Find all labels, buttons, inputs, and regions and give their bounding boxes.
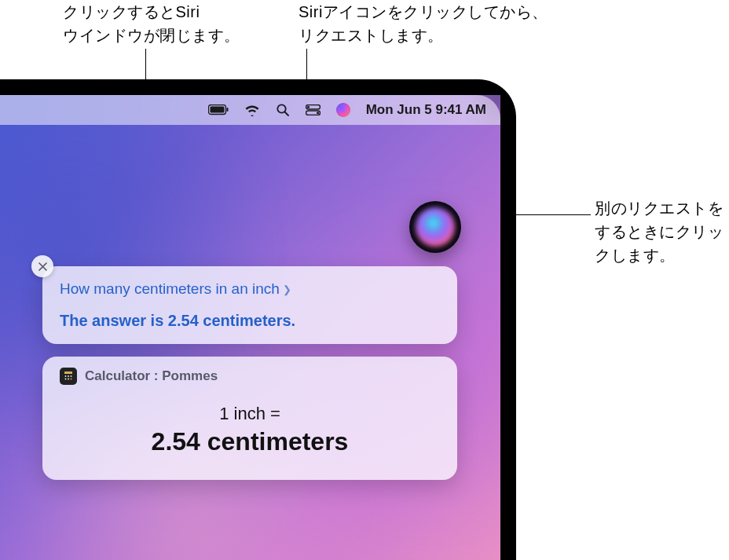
calculator-result: 1 inch = 2.54 centimeters <box>60 404 440 456</box>
wifi-icon[interactable] <box>244 104 260 116</box>
svg-point-8 <box>317 112 319 114</box>
svg-rect-9 <box>64 372 72 374</box>
chevron-right-icon: ❯ <box>283 284 291 295</box>
calculator-title: Calculator : Pommes <box>85 368 218 384</box>
calculator-card: Calculator : Pommes 1 inch = 2.54 centim… <box>42 357 457 480</box>
svg-point-6 <box>307 106 310 108</box>
callout-orb-note: 別のリクエストを するときにクリッ クします。 <box>595 196 724 267</box>
conversion-to-text: 2.54 centimeters <box>60 427 440 456</box>
svg-point-12 <box>71 375 72 377</box>
siri-query-link[interactable]: How many centimeters in an inch ❯ <box>60 280 440 298</box>
siri-orb-button[interactable] <box>409 201 461 253</box>
svg-rect-1 <box>210 107 224 113</box>
menu-bar: Mon Jun 5 9:41 AM <box>0 95 500 125</box>
svg-line-4 <box>284 112 288 116</box>
conversion-from-text: 1 inch = <box>60 404 440 424</box>
mac-device-frame: Mon Jun 5 9:41 AM How many centimeters i… <box>0 79 516 560</box>
svg-point-11 <box>68 375 69 377</box>
svg-point-10 <box>65 375 67 377</box>
siri-query-text: How many centimeters in an inch <box>60 280 280 298</box>
callout-close-note: クリックするとSiri ウインドウが閉じます。 <box>63 0 240 47</box>
spotlight-search-icon[interactable] <box>276 103 290 117</box>
siri-answer-card: How many centimeters in an inch ❯ The an… <box>42 266 457 344</box>
svg-point-15 <box>71 379 72 380</box>
siri-answer-text: The answer is 2.54 centimeters. <box>60 312 440 330</box>
svg-point-13 <box>65 379 67 380</box>
svg-rect-2 <box>226 108 228 112</box>
battery-icon[interactable] <box>208 104 229 115</box>
callout-menubar-siri-note: Siriアイコンをクリックしてから、 リクエストします。 <box>299 0 548 47</box>
siri-results-container: How many centimeters in an inch ❯ The an… <box>42 266 457 492</box>
calculator-app-icon <box>60 368 77 385</box>
siri-waveform-icon <box>416 207 455 247</box>
calculator-card-header: Calculator : Pommes <box>60 368 440 385</box>
control-center-icon[interactable] <box>306 104 321 115</box>
desktop-screen: Mon Jun 5 9:41 AM How many centimeters i… <box>0 95 500 560</box>
siri-menubar-icon[interactable] <box>336 103 350 117</box>
menubar-datetime[interactable]: Mon Jun 5 9:41 AM <box>366 102 486 118</box>
svg-point-14 <box>68 379 69 380</box>
close-siri-window-button[interactable] <box>31 255 53 277</box>
